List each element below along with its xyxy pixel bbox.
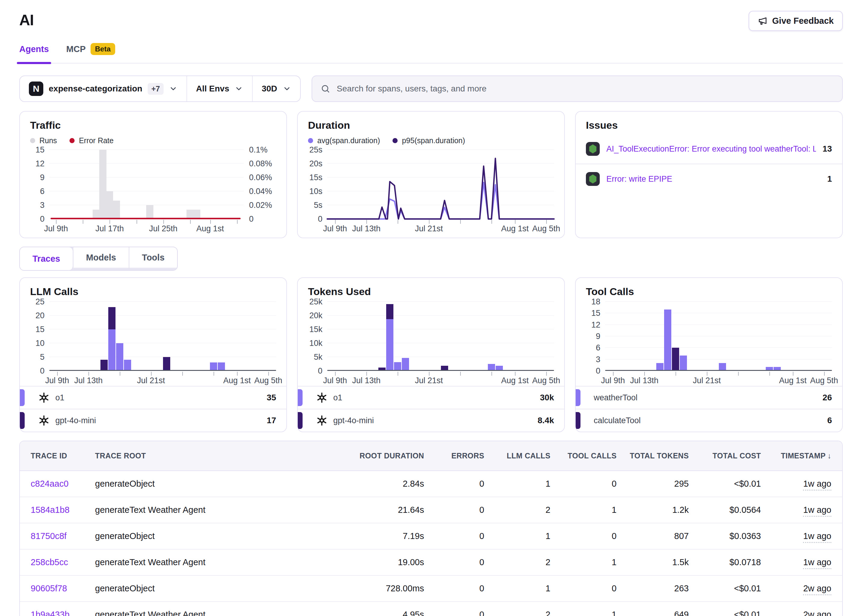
column-header-total-tokens: TOTAL TOKENS [623,441,695,471]
traces-table: TRACE IDTRACE ROOTROOT DURATIONERRORSLLM… [19,441,843,616]
bar-segment-light [386,319,393,371]
y-axis-label: 12 [36,159,44,168]
series-name: o1 [55,393,64,402]
cell-tool_calls: 1 [556,497,623,523]
date-range-selector[interactable]: 30D [252,76,300,101]
issue-link[interactable]: AI_ToolExecutionError: Error executing t… [606,145,816,154]
x-axis-label: Jul 9th [601,376,625,385]
trace-id-link[interactable]: 81750c8f [31,531,66,541]
cell-total_cost: $0.0718 [695,549,767,575]
timestamp-link[interactable]: 2w ago [803,610,831,616]
tab-tools[interactable]: Tools [129,247,177,270]
y-axis-label: 20s [309,159,322,168]
x-axis-label: Jul 21st [415,224,443,233]
trace-id-link[interactable]: 90605f78 [31,583,67,593]
axis-tick [163,220,164,224]
x-axis-label: Jul 9th [45,376,69,385]
y-axis-label: 3 [596,355,600,364]
issue-count: 13 [823,144,832,154]
env-selector[interactable]: All Envs [187,76,252,101]
runs-bar [106,191,113,219]
bar-segment-light [124,360,131,371]
x-axis-label: Aug 5th [532,376,560,385]
axis-tick [546,220,547,224]
y-axis-label: 0 [318,366,322,376]
duration-card: Duration avg(span.duration)p95(span.dura… [297,111,565,238]
y-axis-label: 0 [249,214,254,224]
cell-total_cost: $0.0363 [695,523,767,549]
y-axis-label: 6 [40,187,44,196]
bar-segment-light [108,329,116,371]
y-axis-labels: 00.02%0.04%0.06%0.08%0.1% [243,150,276,219]
date-range-label: 30D [262,84,277,94]
trace-id-link[interactable]: 1b9a433b [31,610,69,616]
timestamp-link[interactable]: 1w ago [803,505,831,517]
x-axis-label: Aug 5th [254,376,282,385]
cell-trace_id: 1584a1b8 [20,497,89,523]
tab-mcp[interactable]: MCP Beta [66,43,115,63]
timestamp-link[interactable]: 1w ago [803,557,831,569]
cell-trace_root: generateObject [89,523,349,549]
y-axis-label: 0.02% [249,201,272,210]
total-row: o130k [298,386,564,409]
traffic-plot-row: 03691215Jul 9thJul 17thJul 25thAug 1st00… [30,150,276,233]
search-input[interactable] [336,83,834,94]
tab-agents[interactable]: Agents [19,43,49,63]
axis-tick [460,372,461,376]
axis-tick [214,372,214,376]
error-rate-line [50,218,240,219]
table-header-row: TRACE IDTRACE ROOTROOT DURATIONERRORSLLM… [20,441,842,471]
y-axis-label: 0 [318,214,322,224]
issue-link[interactable]: Error: write EPIPE [606,174,821,184]
trace-id-link[interactable]: c824aac0 [31,479,69,489]
bar-segment-light [210,363,217,371]
trace-id-link[interactable]: 1584a1b8 [31,505,69,515]
plot-area: Jul 9thJul 13thJul 21stAug 1stAug 5th [605,302,832,385]
gridline [49,343,276,343]
y-axis-label: 10s [309,187,322,196]
chevron-down-icon [283,85,291,93]
x-axis-label: Aug 5th [532,224,560,233]
tab-traces-label: Traces [33,254,60,264]
plot-area: Jul 9thJul 13thJul 21stAug 1stAug 5th [327,302,554,385]
y-axis-label: 0 [40,366,44,376]
series-label: gpt-4o-mini [316,415,532,426]
llm-calls-chart: 0510152025Jul 9thJul 13thJul 21stAug 1st… [30,302,276,385]
cell-trace_id: 258cb5cc [20,549,89,575]
bar-segment-light [218,363,225,371]
timestamp-link[interactable]: 1w ago [803,479,831,490]
column-header-label: LLM CALLS [507,451,550,460]
plot [327,150,554,219]
legend-dot [308,138,313,143]
node-hexagon [589,145,597,153]
runs-bar [146,205,153,219]
timestamp-link[interactable]: 1w ago [803,531,831,543]
table-row: c824aac0generateObject2.84s010295<$0.011… [20,471,842,497]
column-header-timestamp[interactable]: TIMESTAMP↓ [767,441,842,471]
cell-root_duration: 21.64s [349,497,430,523]
cell-tool_calls: 1 [556,549,623,575]
tool_calls-plot-row: 0369121518Jul 9thJul 13thJul 21stAug 1st… [586,302,832,385]
trace-id-link[interactable]: 258cb5cc [31,557,68,567]
runs-bar [99,150,107,219]
total-row: gpt-4o-mini8.4k [298,409,564,432]
tab-traces[interactable]: Traces [20,247,74,270]
timestamp-link[interactable]: 2w ago [803,583,831,595]
cell-trace_root: generateObject [89,471,349,497]
tab-models[interactable]: Models [74,247,129,270]
axis-tick [110,220,110,224]
table-row: 81750c8fgenerateObject7.19s010807$0.0363… [20,523,842,549]
gridline [605,347,832,348]
y-axis-labels: 05k10k15k20k25k [308,302,327,371]
project-selector[interactable]: N expense-categorization +7 [20,76,187,101]
series-name: gpt-4o-mini [55,416,96,425]
column-header-tool-calls: TOOL CALLS [556,441,623,471]
give-feedback-button[interactable]: Give Feedback [749,11,843,31]
issue-count: 1 [827,174,832,184]
y-axis-label: 0.06% [249,173,272,182]
card-title-traffic: Traffic [30,119,276,131]
x-axis: Jul 9thJul 13thJul 21stAug 1stAug 5th [49,371,276,385]
series-total-value: 30k [540,393,554,402]
series-name: gpt-4o-mini [333,416,374,425]
filter-pill: N expense-categorization +7 All Envs 30D [19,75,301,102]
